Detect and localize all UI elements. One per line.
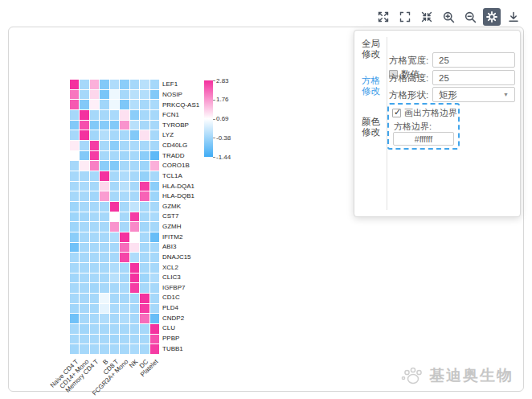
heatmap-cell — [150, 253, 159, 262]
heatmap-cell — [140, 212, 149, 222]
colorbar-tick-label: 2.83 — [216, 77, 229, 84]
heatmap-cell — [120, 141, 129, 150]
heatmap-cell — [140, 253, 149, 262]
heatmap-cell — [100, 121, 108, 130]
heatmap-cell — [80, 344, 88, 354]
heatmap-cell — [130, 90, 139, 100]
heatmap-cell — [70, 100, 79, 109]
heatmap-cell — [90, 191, 99, 201]
heatmap-cell — [100, 141, 108, 150]
heatmap-cell — [140, 171, 149, 181]
heatmap-cell — [140, 90, 149, 100]
brand-watermark-text: 基迪奥生物 — [429, 365, 514, 386]
heatmap-cell — [80, 90, 88, 100]
heatmap-cell — [100, 243, 108, 253]
heatmap-cell — [140, 222, 149, 232]
download-icon[interactable] — [505, 8, 522, 26]
nav-color-settings[interactable]: 颜色 修改 — [362, 117, 386, 138]
heatmap-cell — [140, 130, 149, 140]
nav-cell-settings[interactable]: 方格 修改 — [362, 76, 386, 97]
heatmap-cell — [150, 151, 159, 161]
heatmap-cell — [110, 80, 119, 89]
heatmap-cell — [80, 80, 88, 89]
heatmap-cell — [120, 263, 129, 273]
paw-logo-icon — [400, 365, 424, 386]
heatmap-cell — [130, 344, 139, 354]
zoom-out-icon[interactable] — [461, 8, 479, 26]
heatmap-cell — [90, 263, 99, 273]
fullscreen-icon[interactable] — [396, 8, 414, 26]
heatmap-cell — [90, 80, 99, 89]
heatmap-cell — [80, 130, 88, 140]
heatmap-cell — [150, 263, 159, 273]
gene-label: IFITM2 — [162, 232, 199, 242]
heatmap-cell — [130, 161, 139, 171]
heatmap-cell — [120, 304, 129, 314]
heatmap-cell — [130, 324, 139, 334]
cell-shape-select[interactable]: 矩形 ▼ — [432, 87, 515, 102]
colorbar-tick — [213, 119, 215, 120]
gene-label: GZMK — [162, 202, 199, 212]
heatmap-cell — [80, 171, 88, 181]
heatmap-cell — [70, 171, 79, 181]
heatmap-cell — [110, 141, 119, 150]
cell-width-input[interactable] — [432, 52, 515, 68]
heatmap-cell — [120, 222, 129, 232]
heatmap-cell — [120, 274, 129, 283]
heatmap-cell — [100, 314, 108, 323]
compress-icon[interactable] — [418, 8, 436, 26]
gene-label: TCL1A — [162, 171, 199, 182]
draw-cell-border-checkbox[interactable] — [392, 109, 401, 117]
heatmap-cell — [120, 344, 129, 354]
heatmap-cell — [80, 141, 88, 150]
heatmap-cell — [70, 243, 79, 253]
draw-cell-border-row: 画出方格边界 — [392, 107, 457, 119]
heatmap-cell — [120, 161, 129, 171]
cell-height-input[interactable] — [432, 70, 515, 85]
gene-label: PPBP — [162, 334, 199, 344]
heatmap-cell — [130, 100, 139, 109]
heatmap-cell — [120, 121, 129, 130]
heatmap-cell — [120, 110, 129, 120]
heatmap-cell — [130, 263, 139, 273]
expand-icon[interactable] — [374, 8, 392, 26]
brand-watermark: 基迪奥生物 — [400, 365, 514, 386]
heatmap-cell — [120, 232, 129, 242]
heatmap-cell — [140, 263, 149, 273]
cell-height-label: 方格高度: — [389, 72, 428, 84]
gene-label: CD40LG — [162, 141, 199, 151]
heatmap-cell — [110, 263, 119, 273]
gene-label: CLIC3 — [162, 273, 199, 283]
nav-global-settings[interactable]: 全局 修改 — [362, 39, 386, 60]
heatmap-cell — [150, 110, 159, 120]
cell-border-color-input[interactable] — [393, 132, 454, 146]
heatmap-cell — [130, 80, 139, 89]
gene-label: GZMH — [162, 222, 199, 232]
heatmap-cell — [130, 283, 139, 293]
colorbar-tick — [213, 138, 215, 138]
heatmap-cell — [130, 243, 139, 253]
heatmap-cell — [90, 232, 99, 242]
heatmap-cell — [130, 182, 139, 191]
heatmap-cell — [70, 335, 79, 344]
heatmap-cell — [150, 283, 159, 293]
heatmap-cell — [110, 283, 119, 293]
heatmap-cell — [70, 304, 79, 314]
heatmap-cell — [110, 324, 119, 334]
heatmap-cell — [70, 274, 79, 283]
heatmap-cell — [140, 314, 149, 323]
heatmap-cell — [110, 121, 119, 130]
heatmap-cell — [70, 80, 79, 89]
heatmap-cell — [100, 294, 108, 303]
heatmap-cell — [120, 212, 129, 222]
heatmap-cell — [70, 253, 79, 262]
heatmap-cell — [80, 253, 88, 262]
zoom-in-icon[interactable] — [440, 8, 457, 26]
heatmap-cell — [70, 232, 79, 242]
heatmap-cell — [80, 294, 88, 303]
cell-width-label: 方格宽度: — [389, 55, 428, 67]
heatmap-cell — [130, 141, 139, 150]
gear-icon[interactable] — [483, 8, 501, 26]
heatmap-cell — [150, 274, 159, 283]
heatmap-cell — [80, 202, 88, 212]
